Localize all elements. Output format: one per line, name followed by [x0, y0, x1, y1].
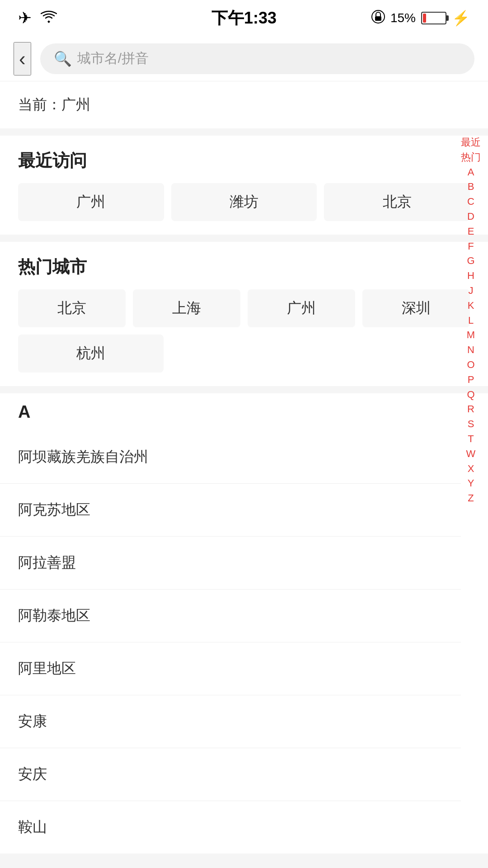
recent-city-btn[interactable]: 潍坊: [171, 183, 317, 221]
recent-city-btn[interactable]: 北京: [324, 183, 470, 221]
wifi-icon: [41, 10, 57, 27]
list-item[interactable]: 鞍山: [0, 801, 461, 854]
status-bar: ✈ 下午1:33 15% ⚡: [0, 0, 488, 36]
alpha-index-item[interactable]: 最近: [458, 136, 483, 150]
alpha-index-item[interactable]: Y: [465, 476, 477, 491]
alpha-index-item[interactable]: C: [465, 195, 477, 209]
alpha-index-item[interactable]: E: [465, 225, 477, 239]
search-placeholder-text: 城市名/拼音: [77, 49, 149, 68]
current-city-label: 当前：广州: [0, 81, 488, 128]
alpha-index-item[interactable]: R: [465, 402, 477, 416]
alpha-index-item[interactable]: Q: [464, 388, 477, 402]
recent-city-btn[interactable]: 广州: [18, 183, 164, 221]
hot-section: 热门城市 北京上海广州深圳杭州: [0, 242, 488, 386]
alpha-index-item[interactable]: P: [465, 373, 477, 387]
hot-section-title: 热门城市: [18, 255, 470, 278]
back-button[interactable]: ‹: [14, 42, 31, 75]
alpha-index-item[interactable]: L: [465, 314, 476, 328]
alpha-index-item[interactable]: B: [465, 180, 477, 194]
svg-rect-1: [375, 16, 381, 21]
hot-city-btn[interactable]: 杭州: [18, 335, 164, 373]
hot-city-btn[interactable]: 北京: [18, 289, 126, 327]
hot-city-btn[interactable]: 上海: [133, 289, 240, 327]
charging-icon: ⚡: [452, 9, 470, 27]
search-bar[interactable]: 🔍 城市名/拼音: [40, 43, 474, 74]
alphabet-index: 最近热门ABCDEFGHJKLMNOPQRSTWXYZ: [458, 136, 483, 505]
alpha-index-item[interactable]: 热门: [458, 151, 483, 165]
list-item[interactable]: 安庆: [0, 748, 461, 801]
battery-fill: [423, 14, 426, 23]
alpha-index-item[interactable]: D: [465, 210, 477, 224]
screen-lock-icon: [371, 10, 385, 27]
list-item[interactable]: 阿坝藏族羌族自治州: [0, 431, 461, 483]
list-item[interactable]: 阿里地区: [0, 642, 461, 695]
alpha-index-item[interactable]: M: [464, 328, 478, 342]
battery-bar: [421, 12, 446, 24]
alpha-index-item[interactable]: H: [465, 269, 477, 283]
list-item[interactable]: 阿克苏地区: [0, 483, 461, 536]
hot-city-grid: 北京上海广州深圳杭州: [18, 289, 470, 373]
list-item[interactable]: 阿拉善盟: [0, 536, 461, 589]
alpha-index-item[interactable]: S: [465, 417, 477, 431]
search-icon: 🔍: [54, 50, 72, 67]
alpha-section: A 阿坝藏族羌族自治州阿克苏地区阿拉善盟阿勒泰地区阿里地区安康安庆鞍山: [0, 393, 488, 854]
alpha-index-item[interactable]: K: [465, 299, 477, 313]
list-item[interactable]: 安康: [0, 695, 461, 748]
alpha-header: A: [0, 393, 488, 431]
status-right-icons: 15% ⚡: [371, 9, 470, 27]
alpha-index-item[interactable]: J: [466, 284, 476, 298]
status-time: 下午1:33: [211, 7, 277, 29]
hot-city-btn[interactable]: 广州: [248, 289, 355, 327]
alpha-index-item[interactable]: O: [464, 358, 477, 372]
hot-city-btn[interactable]: 深圳: [362, 289, 470, 327]
list-item[interactable]: 阿勒泰地区: [0, 589, 461, 642]
recent-section-title: 最近访问: [18, 149, 470, 172]
alpha-index-item[interactable]: G: [464, 254, 477, 268]
nav-bar: ‹ 🔍 城市名/拼音: [0, 36, 488, 81]
airplane-icon: ✈: [18, 9, 32, 28]
empty-spacer: [171, 335, 470, 373]
recent-section: 最近访问 广州潍坊北京: [0, 136, 488, 235]
alpha-index-item[interactable]: N: [465, 343, 477, 357]
alpha-index-item[interactable]: Z: [465, 491, 476, 505]
battery-percent: 15%: [390, 11, 416, 25]
alpha-index-item[interactable]: A: [465, 165, 477, 179]
alpha-index-item[interactable]: T: [465, 432, 476, 446]
alpha-index-item[interactable]: X: [465, 462, 477, 476]
city-list: 阿坝藏族羌族自治州阿克苏地区阿拉善盟阿勒泰地区阿里地区安康安庆鞍山: [0, 431, 488, 854]
alpha-index-item[interactable]: W: [464, 447, 479, 461]
recent-city-grid: 广州潍坊北京: [18, 183, 470, 221]
alpha-index-item[interactable]: F: [465, 240, 476, 254]
status-left-icons: ✈: [18, 9, 57, 28]
